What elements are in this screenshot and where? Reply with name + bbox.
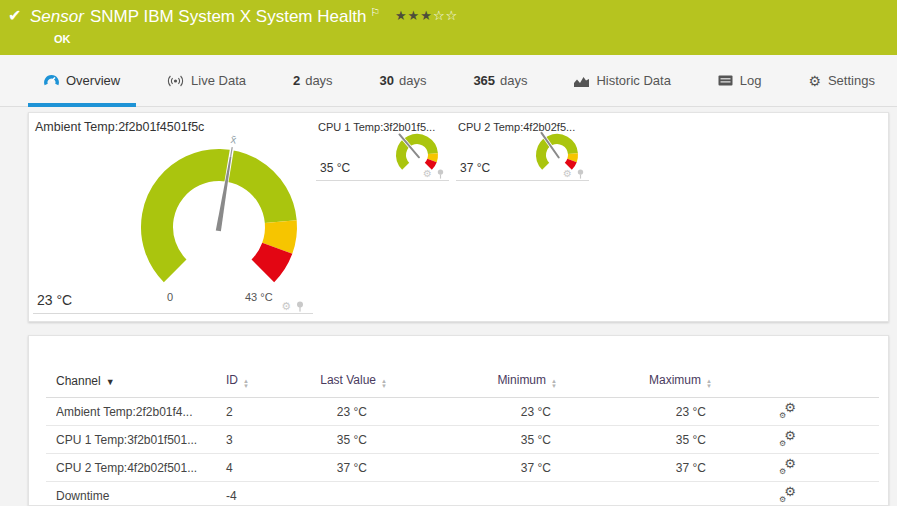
channel-settings-icon[interactable]: ⚙⚙	[778, 430, 796, 446]
channel-table-panel: Channel▼ ID▲▼ Last Value▲▼ Minimum▲▼ Max…	[28, 335, 889, 506]
table-row: CPU 1 Temp:3f2b01f501... 3 35 °C 35 °C 3…	[46, 426, 879, 454]
channel-name: CPU 1 Temp:3f2b01f501...	[56, 433, 226, 447]
page-title: SNMP IBM System X System Health	[90, 7, 366, 26]
tab-365-days[interactable]: 365 days	[457, 55, 543, 106]
pin-icon[interactable]	[295, 301, 305, 312]
tab-log[interactable]: Log	[702, 55, 778, 106]
temperature-gauge: x̄	[119, 122, 319, 292]
column-header-minimum[interactable]: Minimum▲▼	[389, 373, 559, 389]
maximum-value: 23 °C	[559, 405, 714, 419]
widget-gear-icon[interactable]: ⚙	[563, 168, 572, 179]
gauge-value: 37 °C	[460, 161, 490, 175]
channel-settings-icon[interactable]: ⚙⚙	[778, 486, 796, 502]
tab-label: days	[305, 73, 332, 88]
column-header-last-value[interactable]: Last Value▲▼	[311, 373, 389, 389]
stars-filled: ★★★	[395, 8, 433, 23]
tab-label: Historic Data	[596, 73, 670, 88]
channel-id: 4	[226, 461, 311, 475]
table-row: CPU 2 Temp:4f2b02f501... 4 37 °C 37 °C 3…	[46, 454, 879, 482]
tab-label: Log	[740, 73, 762, 88]
gauge-icon	[44, 73, 59, 88]
minimum-value: 37 °C	[389, 461, 559, 475]
table-row: Ambient Temp:2f2b01f4... 2 23 °C 23 °C 2…	[46, 398, 879, 426]
gauge-widget-cpu2-temp: CPU 2 Temp:4f2b02f5... 37 °C ⚙	[456, 119, 589, 181]
widget-gear-icon[interactable]: ⚙	[281, 301, 291, 312]
channel-id: 2	[226, 405, 311, 419]
tab-label: Settings	[828, 73, 875, 88]
tab-number: 365	[473, 73, 495, 88]
stars-empty: ☆☆	[433, 8, 458, 23]
gauge-widget-ambient-temp: Ambient Temp:2f2b01f4501f5c x̄ 23 °C 0 4…	[33, 118, 313, 314]
priority-stars[interactable]: ★★★☆☆	[395, 8, 458, 23]
status-check-icon: ✔	[8, 6, 21, 25]
widget-actions: ⚙	[423, 168, 445, 179]
flag-icon[interactable]: ⚐	[370, 6, 380, 18]
last-value: 23 °C	[311, 405, 389, 419]
column-header-id[interactable]: ID▲▼	[226, 373, 311, 389]
tab-settings[interactable]: ⚙ Settings	[792, 55, 891, 106]
tab-live-data[interactable]: Live Data	[151, 55, 262, 106]
sensor-status-banner: ✔ SensorSNMP IBM System X System Health⚐…	[0, 0, 897, 55]
sort-icon: ▲▼	[706, 379, 712, 389]
channel-name: Ambient Temp:2f2b01f4...	[56, 405, 226, 419]
tab-number: 2	[293, 73, 300, 88]
tab-overview[interactable]: Overview	[28, 55, 136, 106]
table-row: Downtime -4 ⚙⚙	[46, 482, 879, 506]
channel-id: 3	[226, 433, 311, 447]
tab-label: days	[500, 73, 527, 88]
channel-settings-icon[interactable]: ⚙⚙	[778, 458, 796, 474]
object-kind-label: Sensor	[30, 7, 84, 26]
widget-gear-icon[interactable]: ⚙	[423, 168, 432, 179]
channel-id: -4	[226, 489, 311, 503]
tab-bar: Overview Live Data 2 days 30 days 365 da…	[0, 55, 897, 107]
sort-icon: ▲▼	[381, 379, 387, 389]
maximum-value: 35 °C	[559, 433, 714, 447]
pin-icon[interactable]	[576, 169, 585, 179]
widget-actions: ⚙	[281, 301, 305, 312]
minimum-value: 35 °C	[389, 433, 559, 447]
mean-marker: x̄	[230, 133, 238, 146]
tab-label: Live Data	[191, 73, 246, 88]
table-header-row: Channel▼ ID▲▼ Last Value▲▼ Minimum▲▼ Max…	[46, 364, 879, 398]
column-header-channel[interactable]: Channel▼	[56, 374, 226, 388]
channel-name: Downtime	[56, 489, 226, 503]
pin-icon[interactable]	[436, 169, 445, 179]
tab-number: 30	[380, 73, 394, 88]
maximum-value: 37 °C	[559, 461, 714, 475]
channel-name: CPU 2 Temp:4f2b02f501...	[56, 461, 226, 475]
broadcast-icon	[167, 75, 184, 87]
axis-max-label: 43 °C	[245, 291, 273, 303]
sort-icon: ▲▼	[243, 379, 249, 389]
last-value: 35 °C	[311, 433, 389, 447]
column-header-maximum[interactable]: Maximum▲▼	[559, 373, 714, 389]
status-badge: OK	[54, 33, 71, 45]
gauge-value: 35 °C	[320, 161, 350, 175]
tab-2-days[interactable]: 2 days	[277, 55, 349, 106]
sort-icon: ▲▼	[551, 379, 557, 389]
sensor-title-line: SensorSNMP IBM System X System Health⚐ ★…	[30, 7, 458, 27]
log-icon	[718, 75, 733, 86]
last-value: 37 °C	[311, 461, 389, 475]
sort-desc-icon: ▼	[106, 377, 115, 387]
channel-settings-icon[interactable]: ⚙⚙	[778, 402, 796, 418]
tab-label: Overview	[66, 73, 120, 88]
gauges-panel: Ambient Temp:2f2b01f4501f5c x̄ 23 °C 0 4…	[28, 112, 889, 322]
gauge-widget-cpu1-temp: CPU 1 Temp:3f2b01f5... 35 °C ⚙	[316, 119, 449, 181]
axis-min-label: 0	[167, 291, 173, 303]
minimum-value: 23 °C	[389, 405, 559, 419]
gauge-value: 23 °C	[37, 292, 72, 308]
tab-label: days	[399, 73, 426, 88]
widget-actions: ⚙	[563, 168, 585, 179]
gear-icon: ⚙	[808, 73, 821, 89]
area-chart-icon	[574, 75, 589, 87]
tab-30-days[interactable]: 30 days	[364, 55, 443, 106]
tab-historic-data[interactable]: Historic Data	[558, 55, 686, 106]
